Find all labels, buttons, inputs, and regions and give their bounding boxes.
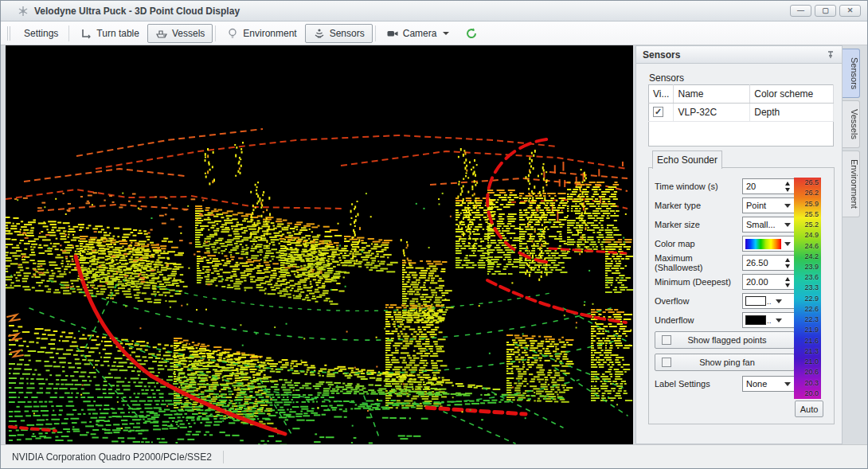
- spin-up-icon[interactable]: [785, 182, 790, 186]
- refresh-icon: [465, 27, 478, 40]
- color-map-label: Color map: [655, 239, 742, 248]
- combo-arrow-icon: [776, 319, 782, 322]
- show-flagged-points-button[interactable]: Show flagged points: [655, 331, 795, 349]
- time-window-spinner[interactable]: 20: [742, 178, 795, 194]
- maximum-value: 26.50: [743, 258, 782, 268]
- sensors-button[interactable]: Sensors: [305, 24, 373, 43]
- visible-checkbox[interactable]: ✓: [653, 107, 663, 117]
- combo-arrow-icon: [784, 242, 791, 246]
- col-visible[interactable]: Vi...: [649, 85, 674, 104]
- side-tab-strip: Sensors Vessels Environment: [843, 45, 867, 444]
- overflow-combo[interactable]: ..: [742, 293, 795, 309]
- colorbar-label: 22.3: [794, 315, 821, 325]
- sensors-icon: [313, 27, 326, 40]
- sensors-label: Sensors: [330, 28, 365, 39]
- combo-arrow-icon: [784, 382, 791, 386]
- side-tab-sensors[interactable]: Sensors: [843, 49, 860, 98]
- spinner-arrows[interactable]: [782, 258, 792, 268]
- ping-fan-checkbox[interactable]: [662, 358, 671, 367]
- maximum-spinner[interactable]: 26.50: [742, 255, 795, 271]
- colorbar-label: 21.9: [794, 325, 821, 335]
- underflow-combo[interactable]: ..: [742, 312, 795, 328]
- table-empty-area: [649, 121, 834, 146]
- colorbar-label: 20.3: [794, 377, 821, 388]
- sensors-panel-header[interactable]: Sensors: [636, 46, 842, 64]
- flagged-label: Show flagged points: [676, 335, 794, 345]
- close-button[interactable]: ✕: [839, 5, 861, 17]
- vessels-icon: [155, 27, 168, 40]
- auto-button[interactable]: Auto: [795, 401, 823, 417]
- point-cloud-viewport[interactable]: [6, 45, 633, 444]
- toolbar-separator: [375, 25, 376, 41]
- point-cloud-canvas[interactable]: [6, 45, 633, 444]
- marker-size-value: Small...: [743, 220, 781, 229]
- status-separator: [223, 451, 224, 463]
- vessels-button[interactable]: Vessels: [147, 24, 213, 43]
- field-row: Minimum (Deepest) 20.00: [655, 274, 795, 290]
- flagged-checkbox[interactable]: [662, 335, 671, 345]
- overflow-label: Overflow: [655, 296, 742, 306]
- time-window-label: Time window (s): [655, 182, 742, 191]
- turn-table-button[interactable]: Turn table: [72, 24, 147, 43]
- combo-arrow-icon: [784, 223, 791, 227]
- underflow-color-swatch: [745, 315, 766, 325]
- vessels-label: Vessels: [172, 28, 205, 39]
- field-row: Color map: [655, 236, 795, 252]
- settings-button[interactable]: Settings: [16, 24, 66, 43]
- pin-icon[interactable]: [826, 50, 835, 60]
- colorbar-label: 26.5: [794, 178, 821, 188]
- maximize-button[interactable]: ▢: [815, 5, 836, 17]
- spin-up-icon[interactable]: [785, 258, 790, 262]
- sensors-group-label: Sensors: [649, 72, 684, 84]
- field-row: Marker size Small...: [655, 217, 795, 233]
- spinner-arrows[interactable]: [782, 277, 792, 287]
- spin-down-icon[interactable]: [785, 188, 790, 192]
- camera-button[interactable]: Camera: [378, 24, 458, 43]
- field-row: Marker type Point: [655, 197, 795, 213]
- title-bar[interactable]: Velodyne Ultra Puck - 3D Point Cloud Dis…: [1, 1, 867, 21]
- colorbar-label: 25.2: [794, 220, 821, 230]
- marker-size-combo[interactable]: Small...: [742, 217, 795, 233]
- refresh-button[interactable]: [457, 24, 486, 43]
- echo-sounder-group: Time window (s) 20 Marker type Point: [648, 167, 835, 424]
- combo-arrow-icon: [776, 299, 782, 303]
- panel-title: Sensors: [643, 49, 826, 61]
- field-row: Label Settings None: [655, 376, 795, 392]
- sensors-panel: Sensors Sensors Vi... Name Color scheme …: [635, 45, 843, 444]
- colorbar-label: 21.3: [794, 346, 821, 357]
- toolbar-grip[interactable]: [7, 26, 11, 41]
- spin-down-icon[interactable]: [785, 264, 790, 268]
- marker-type-combo[interactable]: Point: [742, 197, 795, 213]
- colorbar-label: 23.3: [794, 283, 821, 293]
- turn-table-label: Turn table: [96, 28, 139, 39]
- side-tab-environment[interactable]: Environment: [843, 150, 860, 217]
- col-name[interactable]: Name: [674, 85, 750, 104]
- echo-sounder-tab-label: Echo Sounder: [657, 154, 717, 166]
- colorbar-label: 25.5: [794, 209, 821, 220]
- tab-echo-sounder[interactable]: Echo Sounder: [652, 150, 722, 169]
- col-color-scheme[interactable]: Color scheme: [750, 85, 834, 104]
- label-settings-combo[interactable]: None: [742, 376, 795, 392]
- spin-up-icon[interactable]: [785, 277, 790, 281]
- label-settings-label: Label Settings: [655, 379, 742, 389]
- sensors-table-header-row: Vi... Name Color scheme: [649, 85, 834, 104]
- colorbar-label: 21.0: [794, 357, 821, 367]
- minimum-label: Minimum (Deepest): [655, 277, 742, 287]
- color-map-combo[interactable]: [742, 236, 795, 252]
- minimize-button[interactable]: —: [790, 5, 811, 17]
- minimum-spinner[interactable]: 20.00: [742, 274, 795, 290]
- overflow-value: ..: [766, 297, 772, 306]
- colorbar-label: 20.0: [794, 389, 821, 399]
- table-row[interactable]: ✓ VLP-32C Depth: [649, 103, 834, 121]
- spinner-arrows[interactable]: [782, 182, 792, 192]
- side-tab-vessels[interactable]: Vessels: [843, 100, 860, 148]
- toolbar-separator: [215, 25, 216, 41]
- colorbar-label: 22.9: [794, 294, 821, 304]
- environment-button[interactable]: Environment: [218, 24, 304, 43]
- echo-sounder-fields: Time window (s) 20 Marker type Point: [655, 178, 795, 395]
- show-ping-fan-button[interactable]: Show ping fan: [655, 354, 795, 371]
- spin-down-icon[interactable]: [785, 283, 790, 287]
- colorbar-label: 24.9: [794, 230, 821, 240]
- colorbar-label: 23.6: [794, 272, 821, 283]
- environment-icon: [226, 27, 239, 40]
